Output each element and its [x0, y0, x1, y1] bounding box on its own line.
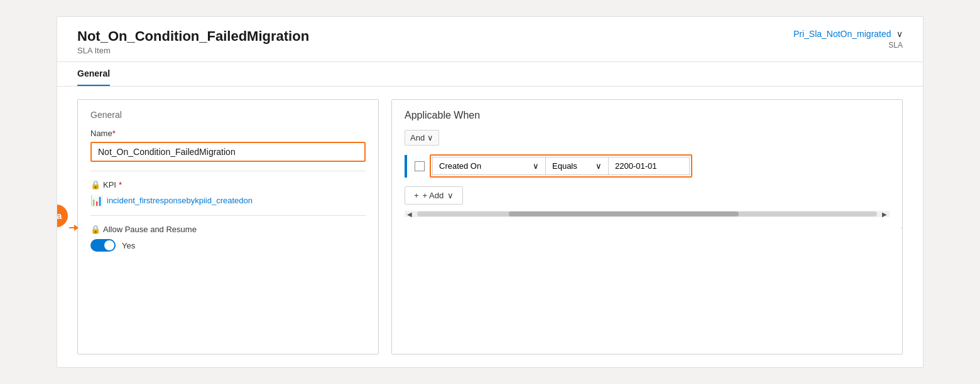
- scroll-thumb[interactable]: [509, 211, 739, 216]
- condition-checkbox[interactable]: [415, 161, 425, 171]
- condition-row: Created On ∨ Equals ∨: [405, 154, 890, 178]
- toggle-value: Yes: [122, 241, 135, 250]
- tab-general[interactable]: General: [77, 62, 110, 86]
- condition-value-input[interactable]: [608, 157, 690, 175]
- tabs-bar: General: [57, 62, 923, 87]
- content-area: 2a General Name* 🔒 KPI* 📊 incident_first…: [57, 87, 923, 367]
- name-required: *: [112, 129, 116, 138]
- general-panel: 2a General Name* 🔒 KPI* 📊 incident_first…: [77, 99, 379, 355]
- chevron-operator-icon: ∨: [596, 161, 602, 171]
- header-right: Pri_Sla_NotOn_migrated ∨ SLA: [793, 28, 903, 50]
- horizontal-scrollbar[interactable]: ◀ ▶: [405, 211, 890, 217]
- name-input[interactable]: [90, 142, 366, 162]
- scroll-right-icon[interactable]: ▶: [879, 211, 890, 218]
- condition-highlight-box: Created On ∨ Equals ∨: [430, 154, 692, 178]
- pause-toggle[interactable]: [90, 239, 116, 252]
- toggle-wrapper: Yes: [90, 239, 366, 252]
- sla-label: SLA: [793, 41, 903, 50]
- applicable-when-panel: 2b Applicable When And ∨ Created On ∨: [391, 99, 903, 355]
- badge-2a: 2a: [57, 205, 68, 227]
- chevron-down-icon[interactable]: ∨: [896, 29, 903, 39]
- lock-icon: 🔒: [90, 180, 101, 189]
- kpi-link[interactable]: 📊 incident_firstresponsebykpiid_createdo…: [90, 195, 366, 206]
- kpi-label: 🔒 KPI*: [90, 180, 366, 189]
- page-title: Not_On_Condition_FailedMigration: [77, 28, 309, 45]
- condition-line: [405, 155, 407, 178]
- general-panel-title: General: [90, 110, 366, 120]
- add-button[interactable]: + + Add ∨: [405, 186, 463, 205]
- plus-icon: +: [414, 191, 419, 200]
- condition-operator-select[interactable]: Equals ∨: [545, 157, 608, 175]
- chevron-field-icon: ∨: [533, 161, 539, 171]
- applicable-when-title: Applicable When: [405, 110, 890, 121]
- condition-field-select[interactable]: Created On ∨: [432, 157, 545, 175]
- name-label: Name*: [90, 129, 366, 138]
- lock-icon-pause: 🔒: [90, 225, 101, 234]
- and-dropdown[interactable]: And ∨: [405, 130, 439, 146]
- pause-label: 🔒 Allow Pause and Resume: [90, 225, 366, 234]
- scroll-left-icon[interactable]: ◀: [405, 211, 415, 218]
- sla-link[interactable]: Pri_Sla_NotOn_migrated: [793, 29, 891, 39]
- header-left: Not_On_Condition_FailedMigration SLA Ite…: [77, 28, 309, 55]
- kpi-required: *: [119, 180, 122, 189]
- arrow-2a: [69, 227, 78, 228]
- chevron-and-icon: ∨: [427, 133, 433, 142]
- chevron-add-icon: ∨: [447, 191, 454, 200]
- page-header: Not_On_Condition_FailedMigration SLA Ite…: [57, 17, 923, 62]
- page-subtitle: SLA Item: [77, 46, 309, 55]
- arrow-2b: [902, 227, 903, 228]
- kpi-chart-icon: 📊: [90, 195, 103, 206]
- scroll-track[interactable]: [417, 211, 877, 216]
